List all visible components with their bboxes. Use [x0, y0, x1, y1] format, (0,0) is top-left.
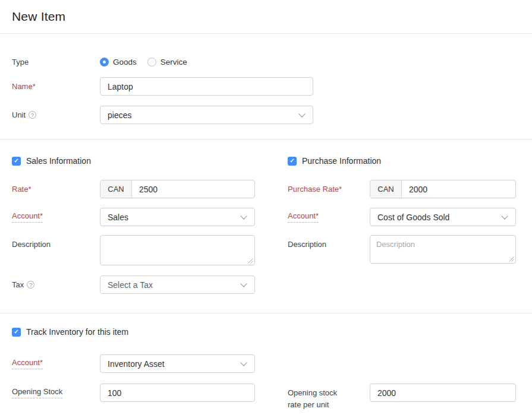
rate-row: Rate* CAN: [12, 180, 255, 198]
purchase-account-row: Account* Cost of Goods Sold: [288, 208, 516, 226]
name-row: Name*: [12, 77, 532, 96]
purchase-section: ✓ Purchase Information Purchase Rate* CA…: [288, 140, 516, 264]
section-divider: [0, 313, 532, 313]
checkbox-checked-icon[interactable]: ✓: [12, 157, 21, 166]
sales-section-header: ✓ Sales Information: [12, 156, 255, 166]
inventory-section: ✓ Track Inventory for this item Account*…: [0, 327, 532, 411]
sales-description-field: [100, 235, 255, 265]
inventory-account-row: Account* Inventory Asset: [0, 354, 532, 373]
opening-stock-column: Opening Stock: [12, 384, 255, 402]
tax-select-value: Select a Tax: [108, 280, 153, 290]
unit-select-value: pieces: [108, 110, 131, 120]
sales-description-label: Description: [12, 235, 100, 253]
sales-account-value: Sales: [108, 213, 128, 222]
currency-prefix: CAN: [370, 180, 402, 198]
chevron-down-icon: [299, 112, 306, 118]
inventory-account-select[interactable]: Inventory Asset: [100, 354, 255, 373]
opening-stock-rate-column: Opening stock rate per unit: [288, 384, 516, 411]
purchase-rate-row: Purchase Rate* CAN: [288, 180, 516, 198]
type-label: Type: [12, 53, 100, 71]
sales-description-textarea[interactable]: [100, 235, 255, 265]
purchase-description-label: Description: [288, 235, 370, 253]
type-row: Type Goods Service: [12, 53, 532, 71]
inventory-account-label: Account*: [12, 354, 100, 372]
radio-service[interactable]: Service: [147, 58, 187, 66]
page-title: New Item: [12, 9, 65, 24]
purchase-rate-label: Purchase Rate*: [288, 180, 370, 198]
sales-purchase-columns: ✓ Sales Information Rate* CAN Account*: [0, 140, 532, 294]
sales-section: ✓ Sales Information Rate* CAN Account*: [12, 140, 255, 294]
inventory-account-value: Inventory Asset: [108, 359, 165, 369]
opening-stock-label: Opening Stock: [12, 384, 100, 401]
inventory-section-header: ✓ Track Inventory for this item: [12, 327, 532, 337]
radio-goods-label: Goods: [113, 58, 137, 66]
purchase-account-label: Account*: [288, 208, 370, 226]
chevron-down-icon: [241, 360, 247, 367]
radio-goods[interactable]: Goods: [100, 58, 137, 66]
basic-section: Type Goods Service Name* Unit?: [0, 34, 532, 124]
chevron-down-icon: [502, 214, 508, 220]
chevron-down-icon: [241, 281, 247, 288]
inventory-section-label: Track Inventory for this item: [26, 327, 128, 337]
sales-account-label: Account*: [12, 208, 100, 226]
sales-description-row: Description: [12, 235, 255, 265]
checkbox-checked-icon[interactable]: ✓: [288, 157, 297, 166]
opening-stock-rate-label: Opening stock rate per unit: [288, 384, 370, 411]
checkbox-checked-icon[interactable]: ✓: [12, 328, 21, 337]
purchase-section-header: ✓ Purchase Information: [288, 156, 516, 166]
opening-stock-rate-input[interactable]: [370, 384, 516, 402]
opening-stock-row: Opening Stock: [12, 384, 255, 402]
unit-select[interactable]: pieces: [100, 106, 313, 124]
purchase-section-label: Purchase Information: [302, 156, 381, 166]
purchase-description-field: [370, 235, 516, 264]
tax-row: Tax? Select a Tax: [12, 275, 255, 294]
radio-selected-icon: [100, 58, 109, 66]
new-item-page: New Item Type Goods Service Name*: [0, 0, 532, 415]
tax-select[interactable]: Select a Tax: [100, 275, 255, 294]
purchase-account-select[interactable]: Cost of Goods Sold: [370, 208, 516, 226]
rate-label: Rate*: [12, 180, 100, 198]
type-radio-group: Goods Service: [100, 53, 198, 71]
tax-label: Tax?: [12, 275, 100, 293]
unit-row: Unit? pieces: [12, 106, 532, 124]
name-label: Name*: [12, 77, 100, 95]
help-icon[interactable]: ?: [29, 111, 36, 119]
purchase-rate-field: CAN: [370, 180, 516, 198]
name-input[interactable]: [100, 77, 313, 96]
purchase-description-textarea[interactable]: [370, 235, 516, 264]
opening-stock-columns: Opening Stock Opening stock rate per uni…: [0, 384, 532, 411]
radio-service-label: Service: [160, 58, 187, 66]
page-header: New Item: [0, 0, 532, 34]
rate-input[interactable]: [132, 180, 254, 198]
opening-stock-input[interactable]: [100, 384, 255, 402]
chevron-down-icon: [241, 214, 247, 220]
sales-section-label: Sales Information: [26, 156, 91, 166]
rate-field: CAN: [100, 180, 255, 198]
purchase-account-value: Cost of Goods Sold: [377, 213, 449, 222]
opening-stock-rate-row: Opening stock rate per unit: [288, 384, 516, 411]
help-icon[interactable]: ?: [27, 281, 34, 289]
sales-account-row: Account* Sales: [12, 208, 255, 226]
unit-label: Unit?: [12, 106, 100, 123]
sales-account-select[interactable]: Sales: [100, 208, 255, 226]
purchase-rate-input[interactable]: [402, 180, 515, 198]
purchase-description-row: Description: [288, 235, 516, 264]
currency-prefix: CAN: [100, 180, 132, 198]
radio-unselected-icon: [147, 58, 156, 66]
